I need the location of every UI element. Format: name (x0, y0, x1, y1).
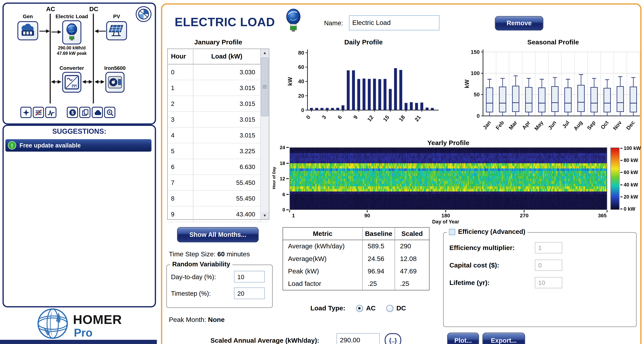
iron5600-label: Iron5600 (96, 65, 134, 71)
table-row[interactable]: 43.015 (168, 128, 269, 143)
load-type-ac-option[interactable]: AC (356, 304, 376, 312)
timestep-label: Timestep (%): (171, 290, 210, 297)
heatmap-legend-gradient (610, 147, 620, 210)
toolbar-signal-button[interactable] (45, 107, 56, 118)
solar-panel-icon (108, 23, 125, 38)
gen-component-icon[interactable] (18, 21, 38, 40)
january-profile-table: Hour Load (kW) 03.03013.01523.01533.0154… (167, 49, 269, 220)
suggestion-item[interactable]: !Free update available (6, 139, 152, 151)
svg-text:Aug: Aug (572, 120, 584, 131)
show-all-months-button[interactable]: Show All Months... (177, 227, 258, 242)
search-plus-icon (106, 109, 113, 116)
svg-text:20: 20 (298, 93, 304, 99)
metric-table: MetricBaselineScaledAverage (kWh/day)589… (282, 227, 430, 290)
converter-component-icon[interactable] (62, 72, 81, 93)
scrollbar-thumb[interactable] (261, 57, 268, 116)
random-variability-title: Random Variability (170, 260, 232, 268)
schematic-options-button[interactable] (136, 6, 152, 22)
dc-radio-label: DC (396, 304, 406, 312)
svg-text:6: 6 (336, 114, 343, 120)
logo-pro-text: Pro (74, 326, 92, 339)
peak-month-value: None (208, 316, 224, 323)
suggestions-panel: SUGGESTIONS: !Free update available (2, 125, 156, 307)
plot-button[interactable]: Plot... (447, 333, 479, 344)
lifetime-label: Lifetime (yr): (449, 279, 490, 287)
dollar-icon: $ (69, 109, 76, 116)
table-row[interactable]: 66.630 (168, 159, 269, 175)
time-step-value: 60 (217, 251, 225, 258)
metric-row: Average (kWh/day)589.5290 (283, 240, 429, 253)
january-profile-title: January Profile (167, 39, 269, 46)
scaled-annual-input[interactable] (336, 333, 380, 344)
svg-text:Mar: Mar (508, 120, 518, 131)
svg-text:12: 12 (366, 114, 374, 123)
table-scrollbar[interactable]: ▲ ▼ (261, 49, 269, 219)
ac-radio[interactable] (356, 305, 363, 312)
day-to-day-label: Day-to-day (%): (171, 273, 216, 281)
iron5600-component-icon[interactable] (106, 72, 124, 93)
efficiency-multiplier-label: Efficiency multiplier: (449, 244, 515, 252)
svg-text:$: $ (71, 110, 74, 115)
lifetime-input[interactable] (535, 277, 562, 288)
electric-load-label: Electric Load (52, 14, 92, 20)
efficiency-checkbox[interactable] (449, 229, 455, 235)
metric-row: Peak (kW)96.9447.69 (283, 265, 429, 277)
toolbar-wind-button[interactable] (33, 107, 44, 118)
table-row[interactable]: 03.030 (168, 64, 269, 80)
toolbar-library-button[interactable] (79, 107, 90, 118)
pv-component-icon[interactable] (106, 21, 127, 40)
electric-load-panel: ELECTRIC LOAD Name: Remove January Profi… (161, 3, 642, 344)
efficiency-title: Efficiency (Advanced) (458, 228, 525, 236)
timestep-input[interactable] (234, 287, 265, 299)
ac-bus-label: AC (44, 6, 58, 13)
table-row[interactable]: 755.450 (168, 175, 269, 191)
toolbar-dollar-button[interactable]: $ (67, 107, 78, 118)
remove-button[interactable]: Remove (495, 16, 543, 30)
daily-profile-title: Daily Profile (287, 39, 440, 46)
signal-icon (47, 109, 54, 116)
svg-text:0: 0 (477, 113, 480, 119)
svg-text:Feb: Feb (495, 120, 505, 131)
svg-text:Nov: Nov (612, 119, 623, 131)
table-row[interactable]: 855.450 (168, 191, 269, 207)
table-row[interactable]: 23.015 (168, 96, 269, 112)
name-input[interactable] (349, 16, 440, 31)
yearly-profile-title: Yearly Profile (290, 139, 607, 146)
dc-radio[interactable] (386, 305, 394, 312)
table-row[interactable]: 13.015 (168, 80, 269, 96)
table-row[interactable]: 943.400 (168, 207, 269, 222)
svg-text:50: 50 (474, 92, 480, 97)
svg-text:150: 150 (471, 49, 480, 55)
svg-text:Jun: Jun (547, 120, 557, 131)
scroll-up-button[interactable]: ▲ (261, 49, 269, 57)
homer-pro-logo: HOMER Pro (2, 307, 154, 340)
day-to-day-input[interactable] (234, 271, 265, 282)
scroll-down-button[interactable]: ▼ (261, 212, 269, 219)
lightbulb-icon (66, 23, 78, 42)
page-title: ELECTRIC LOAD (175, 16, 275, 29)
toolbar-cloud-button[interactable] (92, 107, 103, 118)
sensitivity-button[interactable]: {..} (384, 333, 401, 344)
svg-text:3: 3 (321, 114, 327, 120)
suggestions-title: SUGGESTIONS: (4, 128, 155, 136)
efficiency-multiplier-input[interactable] (535, 242, 562, 253)
column-header-hour: Hour (168, 49, 194, 64)
toolbar-search-button[interactable] (104, 107, 115, 118)
name-label: Name: (324, 20, 343, 27)
svg-text:kW: kW (464, 80, 470, 88)
table-row[interactable]: 53.225 (168, 143, 269, 159)
table-row[interactable]: 33.015 (168, 112, 269, 128)
dc-bus-label: DC (87, 6, 101, 13)
electric-load-component-icon[interactable] (62, 21, 81, 45)
toolbar-compass-button[interactable] (20, 107, 32, 118)
converter-label: Converter (53, 65, 91, 71)
peak-month-line: Peak Month: None (169, 316, 224, 323)
yearly-xaxis-label: Day of Year (416, 219, 474, 225)
yearly-profile-heatmap (290, 147, 607, 210)
bottom-divider-bar (0, 340, 157, 344)
load-type-dc-option[interactable]: DC (386, 304, 406, 312)
svg-text:Sep: Sep (586, 120, 597, 131)
export-button[interactable]: Export... (482, 333, 525, 344)
homer-pro-window: AC DC Gen (0, 0, 644, 344)
capital-cost-input[interactable] (535, 260, 562, 271)
